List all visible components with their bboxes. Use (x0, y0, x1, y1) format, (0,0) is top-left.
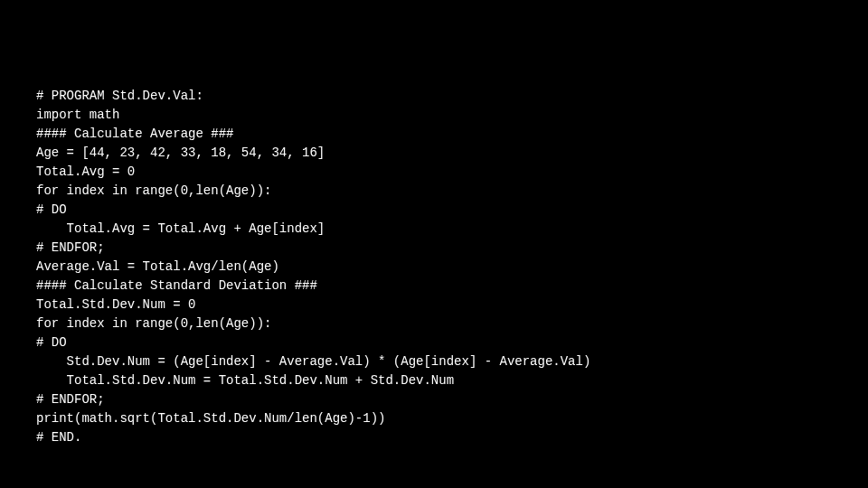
code-line: Total.Std.Dev.Num = 0 (36, 296, 832, 314)
code-line: Total.Std.Dev.Num = Total.Std.Dev.Num + … (36, 371, 832, 390)
code-line: Age = [44, 23, 42, 33, 18, 54, 34, 16] (36, 144, 832, 163)
code-line: Total.Avg = 0 (36, 163, 832, 182)
code-line: print(math.sqrt(Total.Std.Dev.Num/len(Ag… (36, 409, 832, 428)
code-block: # PROGRAM Std.Dev.Val:import math#### Ca… (36, 87, 832, 447)
code-line: # PROGRAM Std.Dev.Val: (36, 87, 832, 106)
code-line: # ENDFOR; (36, 239, 832, 258)
code-line: # END. (36, 428, 832, 447)
code-line: for index in range(0,len(Age)): (36, 314, 832, 333)
code-line: Total.Avg = Total.Avg + Age[index] (36, 220, 832, 239)
code-line: #### Calculate Average ### (36, 125, 832, 144)
code-line: # DO (36, 333, 832, 352)
code-line: import math (36, 106, 832, 125)
code-line: #### Calculate Standard Deviation ### (36, 277, 832, 296)
code-line: # ENDFOR; (36, 390, 832, 409)
code-line: for index in range(0,len(Age)): (36, 182, 832, 201)
code-line: Std.Dev.Num = (Age[index] - Average.Val)… (36, 352, 832, 371)
code-line: # DO (36, 201, 832, 220)
code-line: Average.Val = Total.Avg/len(Age) (36, 258, 832, 277)
